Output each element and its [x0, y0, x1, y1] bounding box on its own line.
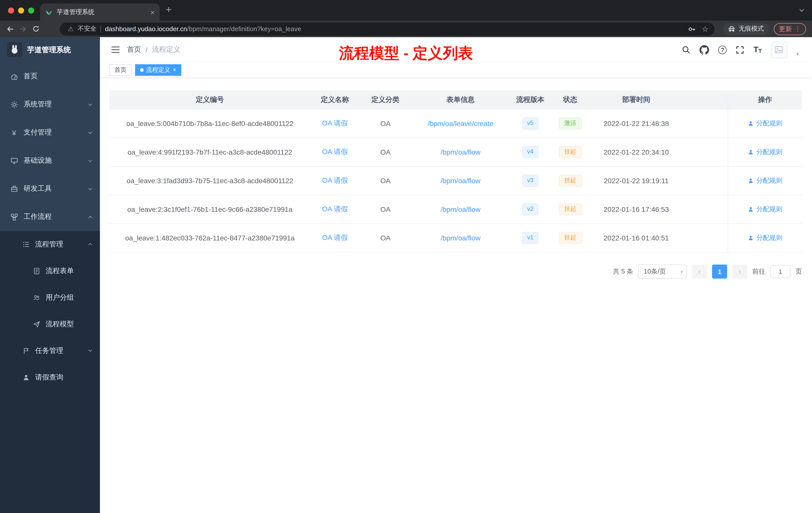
assign-rule-link[interactable]: 分配规则	[748, 233, 782, 242]
password-key-icon[interactable]	[688, 25, 696, 33]
definition-name-link[interactable]: OA 请假	[322, 119, 348, 128]
tag-close-icon[interactable]: ×	[173, 67, 176, 73]
form-link[interactable]: /bpm/oa/leave/create	[428, 119, 493, 127]
select-caret-icon: ▾	[680, 269, 683, 274]
active-dot	[140, 68, 144, 71]
logo-avatar	[7, 42, 22, 57]
monitor-icon	[10, 157, 18, 164]
definition-name-link[interactable]: OA 请假	[322, 205, 348, 214]
breadcrumb-home[interactable]: 首页	[127, 45, 141, 54]
search-icon[interactable]	[682, 46, 691, 54]
incognito-badge: 无痕模式	[723, 23, 769, 35]
version-badge: v2	[522, 203, 538, 215]
sidebar-item-leave-query[interactable]: 请假查询	[0, 364, 100, 391]
definition-name-link[interactable]: OA 请假	[322, 176, 348, 185]
window-close-button[interactable]	[8, 7, 14, 13]
sidebar-item-label: 流程模型	[46, 320, 74, 329]
dashboard-icon	[10, 72, 18, 80]
back-icon[interactable]	[6, 25, 14, 33]
sidebar-item-label: 首页	[24, 72, 38, 81]
chrome-update-button[interactable]: 更新 ⋮	[774, 23, 806, 35]
prev-page-button[interactable]: ‹	[692, 265, 707, 279]
assign-rule-link[interactable]: 分配规则	[748, 148, 782, 157]
header-definition-category: 定义分类	[359, 90, 411, 109]
tag-label: 首页	[115, 65, 126, 74]
sidebar-item-system[interactable]: 系统管理	[0, 90, 100, 118]
fullscreen-icon[interactable]	[736, 46, 745, 54]
address-bar[interactable]: ⚠ 不安全 dashboard.yudao.iocoder.cn/bpm/man…	[60, 22, 715, 35]
sidebar-item-label: 基础设施	[24, 156, 52, 165]
next-page-button[interactable]: ›	[732, 265, 747, 279]
help-icon[interactable]: ?	[718, 46, 727, 54]
table-row: oa_leave:4:991f2193-7b7f-11ec-a3c8-acde4…	[110, 138, 802, 167]
tab-search-chevron-icon[interactable]	[799, 7, 805, 13]
browser-tab[interactable]: 芋道管理系统 ×	[40, 3, 160, 21]
form-link[interactable]: /bpm/oa/flow	[441, 234, 481, 242]
sidebar-item-label: 请假查询	[35, 373, 63, 382]
browser-menu-dots-icon[interactable]: ⋮	[794, 25, 801, 33]
assign-rule-link[interactable]: 分配规则	[748, 176, 782, 185]
bookmark-star-icon[interactable]: ☆	[702, 25, 708, 33]
cell-definition-id: oa_leave:5:004b710b-7b8a-11ec-8ef0-acde4…	[110, 110, 310, 138]
new-tab-button[interactable]: +	[166, 4, 172, 14]
url-domain: dashboard.yudao.iocoder.cn	[105, 25, 187, 33]
window-minimize-button[interactable]	[18, 7, 24, 13]
sidebar-item-label: 支付管理	[24, 128, 52, 137]
page-size-select[interactable]: 10条/页 ▾	[638, 265, 687, 279]
chevron-up-icon	[87, 214, 93, 220]
sidebar-toggle-icon[interactable]	[100, 46, 127, 54]
definition-name-link[interactable]: OA 请假	[322, 233, 348, 242]
forward-icon[interactable]	[19, 25, 27, 33]
form-link[interactable]: /bpm/oa/flow	[441, 148, 481, 156]
avatar-caret-icon[interactable]: ▾	[796, 51, 799, 57]
assign-rule-link[interactable]: 分配规则	[748, 119, 782, 128]
chevron-down-icon	[87, 102, 93, 107]
person-icon	[748, 120, 754, 126]
screen: 芋道管理系统 × + ⚠ 不安全 dashboard.yudao.iocoder…	[0, 0, 812, 513]
sidebar-item-process-form[interactable]: 流程表单	[0, 258, 100, 284]
reload-icon[interactable]	[32, 25, 40, 33]
sidebar-item-dev-tools[interactable]: 研发工具	[0, 175, 100, 203]
sidebar-item-label: 流程表单	[46, 266, 74, 275]
font-size-icon[interactable]: TT	[754, 46, 762, 54]
sidebar-item-workflow[interactable]: 工作流程	[0, 203, 100, 231]
sidebar-item-label: 用户分组	[46, 293, 74, 302]
url-text: dashboard.yudao.iocoder.cn/bpm/manager/d…	[105, 25, 684, 33]
goto-page-input[interactable]	[770, 265, 790, 278]
sidebar-item-user-group[interactable]: 用户分组	[0, 284, 100, 311]
sidebar-item-home[interactable]: 首页	[0, 62, 100, 90]
incognito-label: 无痕模式	[739, 25, 764, 33]
sidebar-item-process-management[interactable]: 流程管理	[0, 231, 100, 258]
cell-deploy-time: 2022-01-16 17:46:53	[589, 195, 683, 223]
header-process-version: 流程版本	[510, 90, 551, 109]
tag-process-definition[interactable]: 流程定义 ×	[135, 64, 181, 76]
tags-view: 首页 流程定义 ×	[100, 62, 812, 77]
tab-close-icon[interactable]: ×	[150, 8, 155, 16]
sidebar-item-task-management[interactable]: 任务管理	[0, 337, 100, 364]
status-badge: 挂起	[559, 232, 582, 244]
form-link[interactable]: /bpm/oa/flow	[441, 177, 481, 185]
header-definition-id: 定义编号	[110, 90, 310, 109]
url-divider	[100, 25, 101, 32]
app-title: 芋道管理系统	[27, 45, 71, 55]
current-page-button[interactable]: 1	[712, 265, 727, 279]
sidebar-item-label: 流程管理	[35, 240, 63, 249]
tag-home[interactable]: 首页	[110, 64, 132, 76]
window-zoom-button[interactable]	[28, 7, 34, 13]
chevron-down-icon	[87, 186, 93, 191]
sidebar-item-payment[interactable]: ¥ 支付管理	[0, 118, 100, 147]
window-controls	[0, 7, 34, 13]
browser-toolbar: ⚠ 不安全 dashboard.yudao.iocoder.cn/bpm/man…	[0, 21, 812, 37]
form-link[interactable]: /bpm/oa/flow	[441, 205, 481, 213]
sidebar-item-process-model[interactable]: 流程模型	[0, 311, 100, 337]
sidebar-item-infrastructure[interactable]: 基础设施	[0, 147, 100, 175]
github-icon[interactable]	[700, 45, 709, 55]
definition-name-link[interactable]: OA 请假	[322, 148, 348, 157]
not-secure-warning-icon: ⚠	[68, 25, 74, 33]
user-avatar[interactable]	[771, 41, 787, 58]
favicon-leaf-icon	[45, 8, 53, 16]
tag-label: 流程定义	[146, 65, 170, 74]
status-badge: 挂起	[559, 146, 582, 158]
cell-deploy-time: 2022-01-22 19:19:11	[589, 167, 683, 195]
assign-rule-link[interactable]: 分配规则	[748, 205, 782, 214]
